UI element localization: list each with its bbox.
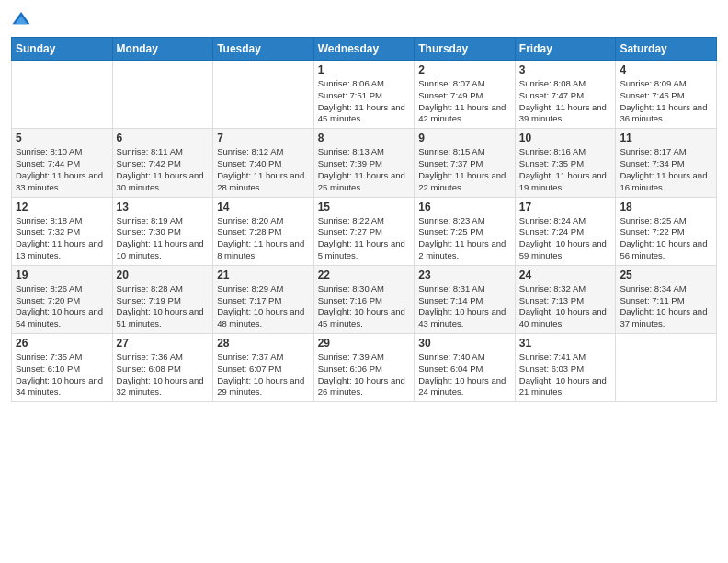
calendar-week-row: 12Sunrise: 8:18 AM Sunset: 7:32 PM Dayli… xyxy=(12,197,717,265)
calendar-cell: 28Sunrise: 7:37 AM Sunset: 6:07 PM Dayli… xyxy=(213,334,314,402)
day-info: Sunrise: 8:20 AM Sunset: 7:28 PM Dayligh… xyxy=(217,215,310,262)
day-info: Sunrise: 8:28 AM Sunset: 7:19 PM Dayligh… xyxy=(117,283,210,330)
day-number: 29 xyxy=(318,337,411,350)
day-number: 30 xyxy=(418,337,511,350)
logo-icon xyxy=(11,9,31,29)
day-info: Sunrise: 7:35 AM Sunset: 6:10 PM Dayligh… xyxy=(16,351,108,398)
day-number: 3 xyxy=(519,63,612,76)
calendar-cell: 14Sunrise: 8:20 AM Sunset: 7:28 PM Dayli… xyxy=(213,197,314,265)
day-number: 9 xyxy=(418,132,511,144)
calendar-cell: 3Sunrise: 8:08 AM Sunset: 7:47 PM Daylig… xyxy=(515,61,616,129)
calendar-cell: 26Sunrise: 7:35 AM Sunset: 6:10 PM Dayli… xyxy=(12,334,113,402)
calendar-cell xyxy=(112,61,213,129)
calendar-cell: 21Sunrise: 8:29 AM Sunset: 7:17 PM Dayli… xyxy=(213,265,314,333)
day-number: 28 xyxy=(217,337,310,350)
calendar-cell: 9Sunrise: 8:15 AM Sunset: 7:37 PM Daylig… xyxy=(415,129,516,197)
weekday-header-friday: Friday xyxy=(515,38,616,61)
day-info: Sunrise: 8:25 AM Sunset: 7:22 PM Dayligh… xyxy=(620,215,712,262)
day-number: 2 xyxy=(418,63,511,76)
day-info: Sunrise: 8:19 AM Sunset: 7:30 PM Dayligh… xyxy=(117,215,210,262)
day-number: 15 xyxy=(318,201,411,213)
day-number: 16 xyxy=(418,201,511,213)
day-info: Sunrise: 8:17 AM Sunset: 7:34 PM Dayligh… xyxy=(620,146,712,193)
day-number: 26 xyxy=(16,337,108,350)
day-number: 10 xyxy=(519,132,612,144)
day-info: Sunrise: 8:15 AM Sunset: 7:37 PM Dayligh… xyxy=(418,146,511,193)
day-number: 19 xyxy=(16,269,108,282)
day-info: Sunrise: 8:12 AM Sunset: 7:40 PM Dayligh… xyxy=(217,146,310,193)
calendar-cell: 13Sunrise: 8:19 AM Sunset: 7:30 PM Dayli… xyxy=(112,197,213,265)
day-number: 20 xyxy=(117,269,210,282)
day-info: Sunrise: 7:36 AM Sunset: 6:08 PM Dayligh… xyxy=(117,351,210,398)
calendar-cell: 25Sunrise: 8:34 AM Sunset: 7:11 PM Dayli… xyxy=(616,265,717,333)
day-number: 4 xyxy=(620,63,712,76)
calendar-cell: 5Sunrise: 8:10 AM Sunset: 7:44 PM Daylig… xyxy=(12,129,113,197)
calendar-cell: 23Sunrise: 8:31 AM Sunset: 7:14 PM Dayli… xyxy=(415,265,516,333)
calendar-cell xyxy=(616,334,717,402)
calendar-cell: 17Sunrise: 8:24 AM Sunset: 7:24 PM Dayli… xyxy=(515,197,616,265)
calendar-week-row: 1Sunrise: 8:06 AM Sunset: 7:51 PM Daylig… xyxy=(12,61,717,129)
calendar-cell: 8Sunrise: 8:13 AM Sunset: 7:39 PM Daylig… xyxy=(313,129,415,197)
day-number: 6 xyxy=(117,132,210,144)
calendar-cell: 24Sunrise: 8:32 AM Sunset: 7:13 PM Dayli… xyxy=(515,265,616,333)
page-header xyxy=(11,9,717,29)
calendar-cell: 20Sunrise: 8:28 AM Sunset: 7:19 PM Dayli… xyxy=(112,265,213,333)
day-info: Sunrise: 8:24 AM Sunset: 7:24 PM Dayligh… xyxy=(519,215,612,262)
logo xyxy=(11,9,35,29)
day-number: 31 xyxy=(519,337,612,350)
day-info: Sunrise: 8:10 AM Sunset: 7:44 PM Dayligh… xyxy=(16,146,108,193)
day-info: Sunrise: 8:22 AM Sunset: 7:27 PM Dayligh… xyxy=(318,215,411,262)
calendar-cell: 6Sunrise: 8:11 AM Sunset: 7:42 PM Daylig… xyxy=(112,129,213,197)
day-number: 24 xyxy=(519,269,612,282)
day-number: 25 xyxy=(620,269,712,282)
page-container: SundayMondayTuesdayWednesdayThursdayFrid… xyxy=(0,0,728,563)
day-number: 5 xyxy=(16,132,108,144)
calendar-cell: 2Sunrise: 8:07 AM Sunset: 7:49 PM Daylig… xyxy=(415,61,516,129)
day-info: Sunrise: 7:37 AM Sunset: 6:07 PM Dayligh… xyxy=(217,351,310,398)
day-info: Sunrise: 8:31 AM Sunset: 7:14 PM Dayligh… xyxy=(418,283,511,330)
day-number: 23 xyxy=(418,269,511,282)
calendar-cell: 10Sunrise: 8:16 AM Sunset: 7:35 PM Dayli… xyxy=(515,129,616,197)
calendar-week-row: 26Sunrise: 7:35 AM Sunset: 6:10 PM Dayli… xyxy=(12,334,717,402)
day-info: Sunrise: 8:26 AM Sunset: 7:20 PM Dayligh… xyxy=(16,283,108,330)
day-info: Sunrise: 8:06 AM Sunset: 7:51 PM Dayligh… xyxy=(318,78,411,125)
calendar-cell: 15Sunrise: 8:22 AM Sunset: 7:27 PM Dayli… xyxy=(313,197,415,265)
calendar-cell: 27Sunrise: 7:36 AM Sunset: 6:08 PM Dayli… xyxy=(112,334,213,402)
calendar-cell: 11Sunrise: 8:17 AM Sunset: 7:34 PM Dayli… xyxy=(616,129,717,197)
day-info: Sunrise: 7:39 AM Sunset: 6:06 PM Dayligh… xyxy=(318,351,411,398)
day-info: Sunrise: 8:29 AM Sunset: 7:17 PM Dayligh… xyxy=(217,283,310,330)
calendar-cell: 1Sunrise: 8:06 AM Sunset: 7:51 PM Daylig… xyxy=(313,61,415,129)
calendar-cell: 19Sunrise: 8:26 AM Sunset: 7:20 PM Dayli… xyxy=(12,265,113,333)
weekday-header-row: SundayMondayTuesdayWednesdayThursdayFrid… xyxy=(12,38,717,61)
day-number: 17 xyxy=(519,201,612,213)
calendar-cell xyxy=(12,61,113,129)
calendar-cell: 7Sunrise: 8:12 AM Sunset: 7:40 PM Daylig… xyxy=(213,129,314,197)
day-info: Sunrise: 8:23 AM Sunset: 7:25 PM Dayligh… xyxy=(418,215,511,262)
day-info: Sunrise: 8:30 AM Sunset: 7:16 PM Dayligh… xyxy=(318,283,411,330)
weekday-header-wednesday: Wednesday xyxy=(313,38,415,61)
day-info: Sunrise: 8:09 AM Sunset: 7:46 PM Dayligh… xyxy=(620,78,712,125)
calendar-cell: 18Sunrise: 8:25 AM Sunset: 7:22 PM Dayli… xyxy=(616,197,717,265)
day-number: 13 xyxy=(117,201,210,213)
day-info: Sunrise: 8:34 AM Sunset: 7:11 PM Dayligh… xyxy=(620,283,712,330)
day-info: Sunrise: 8:18 AM Sunset: 7:32 PM Dayligh… xyxy=(16,215,108,262)
calendar-cell xyxy=(213,61,314,129)
weekday-header-sunday: Sunday xyxy=(12,38,113,61)
calendar-week-row: 19Sunrise: 8:26 AM Sunset: 7:20 PM Dayli… xyxy=(12,265,717,333)
day-info: Sunrise: 8:32 AM Sunset: 7:13 PM Dayligh… xyxy=(519,283,612,330)
day-info: Sunrise: 8:07 AM Sunset: 7:49 PM Dayligh… xyxy=(418,78,511,125)
day-info: Sunrise: 8:16 AM Sunset: 7:35 PM Dayligh… xyxy=(519,146,612,193)
day-number: 12 xyxy=(16,201,108,213)
day-number: 11 xyxy=(620,132,712,144)
calendar-cell: 22Sunrise: 8:30 AM Sunset: 7:16 PM Dayli… xyxy=(313,265,415,333)
calendar-cell: 29Sunrise: 7:39 AM Sunset: 6:06 PM Dayli… xyxy=(313,334,415,402)
weekday-header-tuesday: Tuesday xyxy=(213,38,314,61)
weekday-header-saturday: Saturday xyxy=(616,38,717,61)
calendar-cell: 16Sunrise: 8:23 AM Sunset: 7:25 PM Dayli… xyxy=(415,197,516,265)
calendar-week-row: 5Sunrise: 8:10 AM Sunset: 7:44 PM Daylig… xyxy=(12,129,717,197)
day-number: 27 xyxy=(117,337,210,350)
calendar-cell: 30Sunrise: 7:40 AM Sunset: 6:04 PM Dayli… xyxy=(415,334,516,402)
day-number: 1 xyxy=(318,63,411,76)
day-number: 22 xyxy=(318,269,411,282)
day-number: 8 xyxy=(318,132,411,144)
